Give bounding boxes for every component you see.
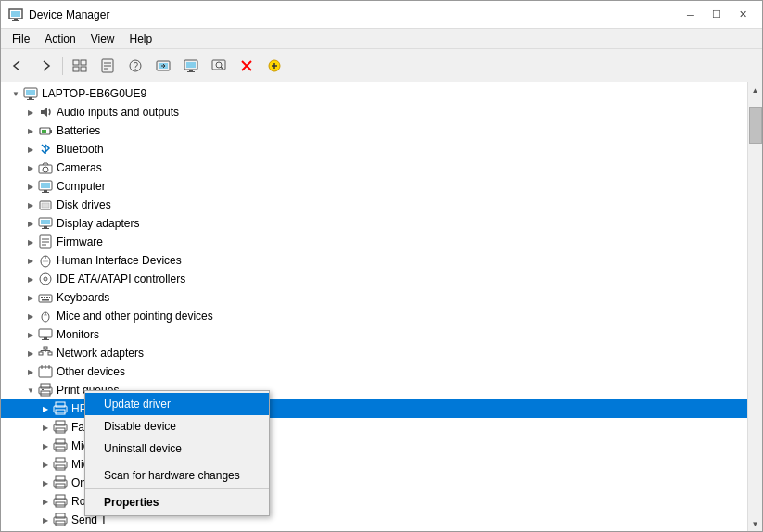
mice-expand[interactable]: ▶	[23, 307, 38, 325]
ctx-uninstall-device[interactable]: Uninstall device	[85, 437, 269, 460]
fax-icon	[53, 420, 68, 435]
tree-item-other[interactable]: ▶ Other devices	[1, 362, 747, 381]
app-icon	[8, 7, 23, 22]
scroll-thumb[interactable]	[749, 107, 762, 144]
root-label: LAPTOP-EB6G0UE9	[42, 87, 146, 100]
other-icon	[38, 364, 53, 379]
svg-rect-3	[12, 20, 19, 21]
onen-expand[interactable]: ▶	[38, 474, 53, 492]
mice-icon	[38, 309, 53, 323]
print-expand[interactable]: ▼	[23, 381, 38, 399]
display-label: Display adapters	[57, 217, 139, 230]
hid-icon	[38, 253, 53, 268]
menu-view[interactable]: View	[83, 31, 122, 47]
ctx-disable-device[interactable]: Disable device	[85, 415, 269, 437]
micro1-expand[interactable]: ▶	[38, 437, 53, 455]
hid-expand[interactable]: ▶	[23, 251, 38, 270]
svg-rect-44	[42, 228, 49, 229]
network-expand[interactable]: ▶	[23, 344, 38, 362]
properties-button[interactable]	[95, 53, 121, 79]
firmware-expand[interactable]: ▶	[23, 233, 38, 251]
audio-expand[interactable]: ▶	[23, 103, 38, 121]
hp-envy-expand[interactable]: ▶	[38, 399, 53, 418]
ctx-properties[interactable]: Properties	[85, 491, 269, 513]
network-label: Network adapters	[57, 347, 144, 360]
add-button[interactable]	[261, 53, 287, 79]
forward-button[interactable]	[32, 53, 58, 79]
processor-expand[interactable]: ▶	[23, 529, 38, 531]
tree-item-computer[interactable]: ▶ Computer	[1, 177, 747, 196]
ide-expand[interactable]: ▶	[23, 270, 38, 288]
svg-rect-2	[14, 19, 18, 20]
mice-label: Mice and other pointing devices	[57, 310, 213, 323]
root-f-expand[interactable]: ▶	[38, 492, 53, 511]
scroll-up-button[interactable]: ▲	[748, 82, 763, 97]
update-driver-toolbar-button[interactable]	[150, 53, 176, 79]
title-bar-left: Device Manager	[8, 7, 109, 22]
svg-rect-59	[49, 297, 50, 298]
tree-item-mice[interactable]: ▶ Mice and other pointing devices	[1, 307, 747, 325]
tree-item-bluetooth[interactable]: ▶ Bluetooth	[1, 140, 747, 158]
minimize-button[interactable]: ─	[679, 6, 703, 24]
help-button[interactable]: ?	[122, 53, 148, 79]
monitors-expand[interactable]: ▶	[23, 325, 38, 344]
remove-button[interactable]	[234, 53, 260, 79]
scrollbar[interactable]: ▲ ▼	[747, 82, 762, 531]
show-hidden-button[interactable]	[67, 53, 93, 79]
svg-rect-60	[42, 299, 49, 301]
svg-rect-32	[42, 130, 46, 133]
keyboards-expand[interactable]: ▶	[23, 288, 38, 307]
svg-rect-69	[48, 352, 52, 355]
root-expand-arrow[interactable]: ▼	[8, 84, 23, 103]
micro2-expand[interactable]: ▶	[38, 455, 53, 474]
svg-rect-6	[81, 60, 86, 65]
svg-rect-31	[50, 130, 52, 133]
menu-file[interactable]: File	[5, 31, 37, 47]
tree-item-processor[interactable]: ▶ Processor	[1, 529, 747, 531]
tree-item-firmware[interactable]: ▶ Firmware	[1, 233, 747, 251]
cameras-label: Cameras	[57, 161, 102, 174]
scroll-track[interactable]	[748, 97, 762, 516]
display-expand[interactable]: ▶	[23, 214, 38, 233]
tree-item-disk[interactable]: ▶ Disk drives	[1, 196, 747, 214]
tree-root[interactable]: ▼ LAPTOP-EB6G0UE9	[1, 84, 747, 103]
cameras-expand[interactable]: ▶	[23, 158, 38, 177]
tree-item-monitors[interactable]: ▶ Monitors	[1, 325, 747, 344]
svg-rect-38	[42, 192, 49, 193]
tree-item-hid[interactable]: ▶ Human Interface Devices	[1, 251, 747, 270]
hid-label: Human Interface Devices	[57, 254, 182, 267]
computer-toolbar-button[interactable]	[178, 53, 204, 79]
send-expand[interactable]: ▶	[38, 511, 53, 529]
tree-item-network[interactable]: ▶ Network adapters	[1, 344, 747, 362]
device-tree[interactable]: ▼ LAPTOP-EB6G0UE9 ▶	[1, 82, 747, 531]
print-icon	[38, 383, 53, 398]
device-manager-window: Device Manager ─ ☐ ✕ File Action View He…	[0, 0, 763, 532]
svg-rect-78	[42, 389, 44, 390]
main-content: ▼ LAPTOP-EB6G0UE9 ▶	[1, 82, 762, 531]
batteries-expand[interactable]: ▶	[23, 121, 38, 140]
bluetooth-expand[interactable]: ▶	[23, 140, 38, 158]
menu-help[interactable]: Help	[122, 31, 160, 47]
tree-item-batteries[interactable]: ▶ Batteries	[1, 121, 747, 140]
disk-expand[interactable]: ▶	[23, 196, 38, 214]
computer-label: Computer	[57, 180, 106, 193]
fax-expand[interactable]: ▶	[38, 418, 53, 437]
scan-button[interactable]	[206, 53, 232, 79]
close-button[interactable]: ✕	[731, 6, 755, 24]
other-expand[interactable]: ▶	[23, 362, 38, 381]
tree-item-audio[interactable]: ▶ Audio inputs and outputs	[1, 103, 747, 121]
menu-action[interactable]: Action	[37, 31, 83, 47]
tree-item-ide[interactable]: ▶ IDE ATA/ATAPI controllers	[1, 270, 747, 288]
tree-item-keyboards[interactable]: ▶ Keyboards	[1, 288, 747, 307]
tree-item-display[interactable]: ▶ Display adapters	[1, 214, 747, 233]
ctx-scan-hardware[interactable]: Scan for hardware changes	[85, 464, 269, 487]
computer-expand[interactable]: ▶	[23, 177, 38, 196]
ctx-update-driver[interactable]: Update driver	[85, 393, 269, 415]
tree-item-cameras[interactable]: ▶ Cameras	[1, 158, 747, 177]
maximize-button[interactable]: ☐	[705, 6, 729, 24]
svg-rect-28	[29, 97, 32, 99]
scroll-down-button[interactable]: ▼	[748, 516, 763, 531]
svg-rect-57	[44, 297, 45, 298]
svg-point-54	[45, 279, 46, 280]
back-button[interactable]	[5, 53, 31, 79]
